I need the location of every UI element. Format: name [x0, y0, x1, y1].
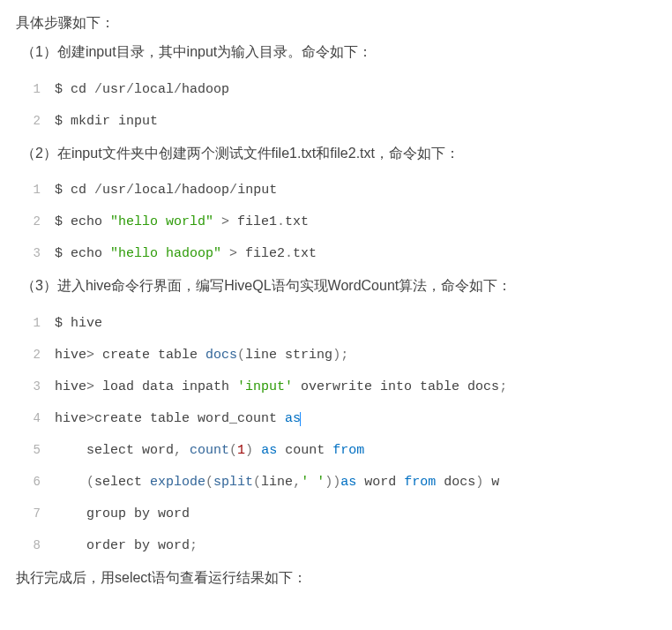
code-line: 1$ cd /usr/local/hadoop/input: [25, 175, 656, 206]
code-line: 8 order by word;: [25, 530, 656, 562]
code-line: 2$ echo "hello world" > file1.txt: [25, 206, 656, 238]
code-line: 7 group by word: [25, 499, 656, 530]
intro-paragraph: 具体步骤如下：: [16, 11, 656, 36]
line-number: 1: [25, 79, 55, 99]
code-line: 3$ echo "hello hadoop" > file2.txt: [25, 238, 656, 270]
code-content: select word, count(1) as count from: [55, 440, 364, 461]
line-number: 6: [25, 472, 55, 491]
code-block-3: 1$ hive2hive> create table docs(line str…: [25, 308, 656, 562]
code-content: $ echo "hello world" > file1.txt: [55, 212, 309, 233]
line-number: 3: [25, 377, 55, 396]
outro-paragraph: 执行完成后，用select语句查看运行结果如下：: [16, 566, 656, 591]
line-number: 2: [25, 345, 55, 364]
code-content: hive>create table word_count as: [55, 409, 301, 430]
code-content: (select explode(split(line,' '))as word …: [55, 472, 499, 493]
code-line: 2$ mkdir input: [25, 106, 656, 138]
line-number: 2: [25, 212, 55, 231]
code-block-1: 1$ cd /usr/local/hadoop2$ mkdir input: [25, 74, 656, 138]
line-number: 4: [25, 409, 55, 428]
code-content: $ cd /usr/local/hadoop/input: [55, 180, 277, 201]
text-cursor: [300, 412, 301, 427]
code-content: hive> create table docs(line string);: [55, 345, 348, 366]
line-number: 5: [25, 440, 55, 460]
code-line: 4hive>create table word_count as: [25, 403, 656, 435]
line-number: 1: [25, 180, 55, 199]
line-number: 8: [25, 536, 55, 555]
code-content: $ cd /usr/local/hadoop: [55, 79, 229, 101]
code-content: $ hive: [55, 313, 102, 334]
step-3-label: （3）进入hive命令行界面，编写HiveQL语句实现WordCount算法，命…: [16, 274, 656, 299]
line-number: 1: [25, 313, 55, 333]
document-content: 具体步骤如下： （1）创建input目录，其中input为输入目录。命令如下： …: [0, 0, 672, 605]
code-content: group by word: [55, 504, 190, 525]
line-number: 2: [25, 111, 55, 131]
code-line: 1$ hive: [25, 308, 656, 340]
code-content: $ mkdir input: [55, 111, 158, 132]
code-line: 6 (select explode(split(line,' '))as wor…: [25, 467, 656, 499]
line-number: 3: [25, 244, 55, 263]
step-2-label: （2）在input文件夹中创建两个测试文件file1.txt和file2.txt…: [16, 141, 656, 167]
code-line: 2hive> create table docs(line string);: [25, 340, 656, 371]
line-number: 7: [25, 504, 55, 523]
code-block-2: 1$ cd /usr/local/hadoop/input2$ echo "he…: [25, 175, 656, 270]
code-line: 1$ cd /usr/local/hadoop: [25, 74, 656, 106]
code-line: 5 select word, count(1) as count from: [25, 435, 656, 467]
code-content: order by word;: [55, 536, 198, 557]
code-content: hive> load data inpath 'input' overwrite…: [55, 377, 507, 398]
code-line: 3hive> load data inpath 'input' overwrit…: [25, 371, 656, 403]
step-1-label: （1）创建input目录，其中input为输入目录。命令如下：: [16, 40, 656, 65]
code-content: $ echo "hello hadoop" > file2.txt: [55, 244, 317, 265]
